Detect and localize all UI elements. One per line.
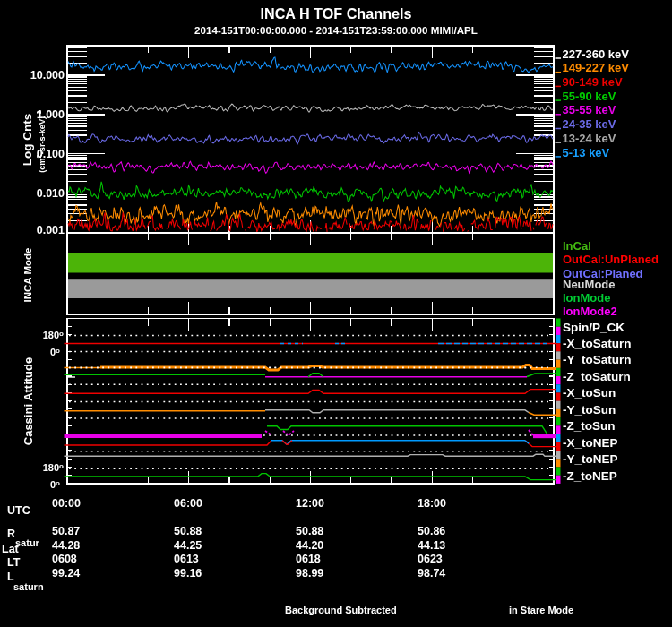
svg-text:2014-151T00:00:00.000 - 2014-1: 2014-151T00:00:00.000 - 2014-151T23:59:0… <box>194 24 478 36</box>
svg-text:35-55 keV: 35-55 keV <box>563 103 616 116</box>
svg-text:OutCal:UnPlaned: OutCal:UnPlaned <box>563 253 659 266</box>
svg-text:-X_toSun: -X_toSun <box>563 386 616 399</box>
svg-text:saturn: saturn <box>13 581 44 592</box>
svg-text:-X_toSaturn: -X_toSaturn <box>563 337 632 350</box>
svg-text:5-13 keV: 5-13 keV <box>563 146 610 159</box>
svg-text:InCal: InCal <box>563 239 591 253</box>
svg-text:0618: 0618 <box>296 553 321 565</box>
svg-text:Background Subtracted: Background Subtracted <box>285 605 397 615</box>
svg-text:44.28: 44.28 <box>52 539 80 552</box>
svg-text:IonMode: IonMode <box>563 291 610 305</box>
svg-text:44.25: 44.25 <box>174 539 202 552</box>
svg-text:50.87: 50.87 <box>52 525 80 537</box>
svg-text:-Z_toNEP: -Z_toNEP <box>563 469 617 483</box>
svg-text:50.88: 50.88 <box>296 525 323 537</box>
svg-text:-Z_toSaturn: -Z_toSaturn <box>563 370 631 383</box>
svg-text:-X_toNEP: -X_toNEP <box>563 436 618 450</box>
svg-text:0.010: 0.010 <box>37 187 65 200</box>
svg-text:-Z_toSun: -Z_toSun <box>563 419 616 433</box>
svg-text:INCA H TOF Channels: INCA H TOF Channels <box>260 5 411 21</box>
svg-text:0623: 0623 <box>418 553 443 565</box>
svg-text:Cassini Attitude: Cassini Attitude <box>22 357 35 445</box>
svg-text:44.20: 44.20 <box>296 539 323 552</box>
svg-text:55-90 keV: 55-90 keV <box>563 90 616 103</box>
svg-text:18:00: 18:00 <box>418 497 446 510</box>
svg-text:44.13: 44.13 <box>418 539 445 552</box>
svg-text:UTC: UTC <box>7 504 30 517</box>
svg-text:227-360 keV: 227-360 keV <box>563 47 630 61</box>
svg-text:149-227 keV: 149-227 keV <box>563 61 630 74</box>
svg-text:99.24: 99.24 <box>52 567 80 580</box>
svg-text:98.99: 98.99 <box>296 567 323 580</box>
svg-text:NeuMode: NeuMode <box>563 278 616 291</box>
svg-text:Lat: Lat <box>2 543 20 555</box>
svg-text:90-149 keV: 90-149 keV <box>563 75 624 89</box>
svg-text:R: R <box>7 528 15 540</box>
svg-text:24-35 keV: 24-35 keV <box>563 117 616 131</box>
svg-text:satur: satur <box>15 537 40 548</box>
svg-text:0613: 0613 <box>174 553 199 565</box>
svg-text:in Stare Mode: in Stare Mode <box>509 605 573 615</box>
svg-text:06:00: 06:00 <box>174 497 202 510</box>
svg-text:00:00: 00:00 <box>52 497 81 510</box>
svg-text:-Y_toSaturn: -Y_toSaturn <box>563 353 632 366</box>
svg-text:INCA Mode: INCA Mode <box>22 248 33 303</box>
svg-text:12:00: 12:00 <box>296 497 324 510</box>
svg-text:99.16: 99.16 <box>174 567 202 580</box>
svg-text:LT: LT <box>7 556 21 569</box>
svg-text:IonMode2: IonMode2 <box>563 305 617 318</box>
svg-text:10.000: 10.000 <box>30 69 65 82</box>
svg-text:0608: 0608 <box>52 553 77 565</box>
svg-text:0.001: 0.001 <box>37 224 65 236</box>
svg-text:-Y_toNEP: -Y_toNEP <box>563 452 618 466</box>
svg-text:50.88: 50.88 <box>174 525 202 537</box>
svg-text:98.74: 98.74 <box>418 567 445 580</box>
svg-text:Log Cnts: Log Cnts <box>21 114 34 167</box>
svg-text:13-24 keV: 13-24 keV <box>563 132 616 145</box>
svg-text:50.86: 50.86 <box>418 525 445 537</box>
svg-text:-Y_toSun: -Y_toSun <box>563 403 616 417</box>
svg-text:Spin/P_CK: Spin/P_CK <box>563 321 625 334</box>
